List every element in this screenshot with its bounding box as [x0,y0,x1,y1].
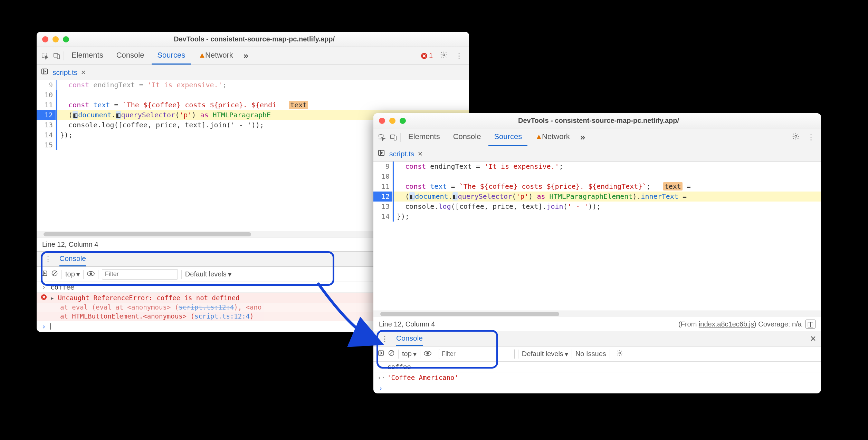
sourcemap-from: (From index.a8c1ec6b.js) Coverage: n/a ◫ [678,320,815,328]
prompt-icon: › [41,283,47,291]
tab-network[interactable]: ▲ Network [530,128,575,146]
prompt-icon: › [41,323,47,330]
titlebar: DevTools - consistent-source-map-pc.netl… [37,32,469,47]
svg-rect-7 [42,271,47,275]
warning-icon: ▲ [535,132,543,141]
chevron-down-icon: ▾ [228,270,231,278]
console-sidebar-toggle-icon[interactable] [378,350,384,358]
device-toggle-icon[interactable] [389,134,398,141]
tab-network[interactable]: ▲ Network [193,47,239,65]
file-tab[interactable]: script.ts ✕ [389,150,423,158]
prompt-icon: › [378,363,384,371]
no-issues-label[interactable]: No Issues [575,350,606,358]
svg-point-26 [619,352,620,354]
drawer-more-icon[interactable]: ⋮ [41,255,55,264]
filter-input[interactable] [439,349,515,359]
tab-sources[interactable]: Sources [152,47,191,65]
svg-line-10 [53,271,57,275]
coverage-toggle-icon[interactable]: ◫ [805,320,815,329]
tab-elements[interactable]: Elements [403,128,446,146]
svg-point-25 [427,352,429,354]
svg-rect-18 [379,150,384,156]
maximize-window-button[interactable] [400,118,406,124]
device-toggle-icon[interactable] [52,52,61,60]
cursor [50,323,51,330]
svg-rect-20 [379,351,384,355]
chevron-down-icon: ▾ [413,350,417,358]
tab-console[interactable]: Console [111,47,150,65]
more-menu-icon[interactable]: ⋮ [452,51,466,60]
cursor-position: Line 12, Column 4 [379,320,435,328]
inspect-icon[interactable] [377,134,387,141]
console-result-row: ‹· 'Coffee Americano' [373,372,821,383]
settings-icon[interactable] [437,51,450,61]
drawer-more-icon[interactable]: ⋮ [378,334,391,343]
inspect-icon[interactable] [40,52,50,60]
stack-link[interactable]: script.ts:12:4 [179,303,234,311]
navigator-toggle-icon[interactable] [41,68,48,77]
error-count-badge[interactable]: 1 [421,52,433,60]
console-toolbar: top ▾ Default levels ▾ No Issues [373,346,821,362]
svg-rect-16 [394,136,396,140]
log-levels-selector[interactable]: Default levels ▾ [522,350,568,358]
main-tabbar: Elements Console Sources ▲ Network » 1 ⋮ [37,47,469,65]
live-expression-icon[interactable] [424,350,431,358]
svg-point-12 [90,273,92,275]
navigator-toggle-icon[interactable] [378,149,385,158]
stack-link[interactable]: script.ts:12:4 [194,312,250,320]
context-selector[interactable]: top ▾ [402,350,417,358]
tab-elements[interactable]: Elements [66,47,109,65]
drawer-tab-console[interactable]: Console [59,252,86,266]
result-icon: ‹· [378,374,384,381]
filter-input[interactable] [102,269,178,280]
horizontal-scrollbar[interactable] [373,311,821,317]
settings-icon[interactable] [789,133,802,142]
svg-point-4 [443,54,445,56]
svg-line-23 [389,351,393,355]
close-file-icon[interactable]: ✕ [418,150,423,158]
chevron-down-icon: ▾ [76,270,80,278]
tab-sources[interactable]: Sources [488,128,527,146]
console-prompt-row[interactable]: › [373,383,821,393]
cursor-position: Line 12, Column 4 [42,241,98,248]
main-tabbar: Elements Console Sources ▲ Network » ⋮ [373,128,821,146]
context-selector[interactable]: top ▾ [65,270,80,278]
tab-console[interactable]: Console [448,128,487,146]
close-window-button[interactable] [42,36,48,42]
minimize-window-button[interactable] [389,118,395,124]
console-settings-icon[interactable] [613,350,626,359]
drawer-tabbar: ⋮ Console ✕ [373,331,821,346]
drawer-tab-console[interactable]: Console [396,331,423,346]
clear-console-icon[interactable] [51,270,58,278]
tabs-overflow-button[interactable]: » [241,50,251,61]
sourcemap-link[interactable]: index.a8c1ec6b.js [699,320,754,328]
svg-point-17 [795,135,797,137]
maximize-window-button[interactable] [63,36,69,42]
editor-statusbar: Line 12, Column 4 (From index.a8c1ec6b.j… [373,317,821,331]
more-menu-icon[interactable]: ⋮ [804,133,818,142]
chevron-down-icon: ▾ [565,350,568,358]
titlebar: DevTools - consistent-source-map-pc.netl… [373,113,821,128]
svg-rect-5 [42,69,48,74]
close-file-icon[interactable]: ✕ [81,69,86,76]
console-sidebar-toggle-icon[interactable] [41,270,48,278]
prompt-icon: › [378,384,384,392]
console-output[interactable]: › coffee ‹· 'Coffee Americano' › [373,362,821,393]
log-levels-selector[interactable]: Default levels ▾ [185,270,231,278]
live-expression-icon[interactable] [87,270,95,278]
minimize-window-button[interactable] [53,36,59,42]
close-window-button[interactable] [379,118,385,124]
code-editor[interactable]: 9 const endingText = 'It is expensive.';… [373,162,821,311]
error-icon [41,294,47,302]
tabs-overflow-button[interactable]: » [578,132,588,143]
file-tab[interactable]: script.ts ✕ [53,68,86,77]
svg-rect-2 [57,55,59,59]
console-input-row: › coffee [373,362,821,372]
expand-arrow-icon[interactable]: ▸ [50,294,54,302]
close-drawer-icon[interactable]: ✕ [810,334,816,343]
window-title: DevTools - consistent-source-map-pc.netl… [73,35,436,43]
clear-console-icon[interactable] [388,350,395,358]
warning-icon: ▲ [198,51,206,60]
window-title: DevTools - consistent-source-map-pc.netl… [409,117,788,125]
